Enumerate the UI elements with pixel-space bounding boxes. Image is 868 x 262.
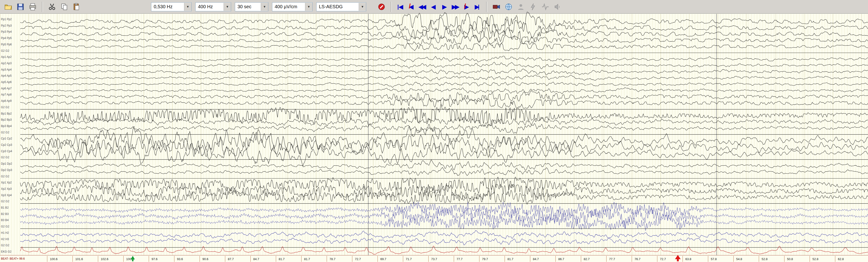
sensitivity-select[interactable]: 400 µV/cm ▼ [272, 2, 313, 11]
paste-icon[interactable] [71, 1, 82, 12]
hr-value: 87.7 [228, 257, 234, 261]
hr-tick [72, 256, 73, 262]
hr-value: 78.7 [330, 257, 335, 261]
save-icon[interactable] [15, 1, 26, 12]
play-forward-button[interactable]: ▶ [440, 2, 449, 12]
channel-label: G2 G2 [1, 244, 9, 247]
channel-label: Cp3 Cp4 [1, 150, 12, 153]
hr-value: 102.6 [101, 257, 108, 261]
hr-tick [428, 256, 429, 262]
channel-label: Bp2 Bp3 [1, 118, 12, 121]
hr-value: 73.7 [431, 257, 437, 261]
video-icon[interactable] [491, 1, 502, 12]
channel-label: Bp1 Bp2 [1, 112, 12, 115]
page-break-line [716, 14, 717, 255]
channel-label: H2 H3 [1, 237, 9, 241]
chevron-down-icon[interactable]: ▼ [305, 3, 312, 11]
hr-tick [327, 256, 327, 262]
channel-label: G2 G2 [1, 156, 9, 159]
lightning-icon[interactable] [528, 1, 538, 12]
hr-value: 90.6 [203, 257, 208, 261]
timebase-select[interactable]: 30 sec ▼ [235, 2, 268, 11]
hr-tick [377, 256, 378, 262]
channel-label: Pp4 Pp5 [1, 36, 12, 40]
timebase-value: 30 sec [238, 4, 251, 9]
hr-value: 77.7 [609, 257, 615, 261]
record-icon[interactable] [376, 1, 387, 12]
channel-label: Cp2 Cp3 [1, 143, 12, 146]
hr-value: 72.7 [660, 257, 666, 261]
chevron-down-icon[interactable]: ▼ [184, 3, 191, 11]
hr-value: 84.7 [533, 257, 539, 261]
chevron-down-icon[interactable]: ▼ [359, 3, 366, 11]
channel-label: Xp3 Xp4 [1, 194, 12, 197]
hr-value: 52.8 [762, 257, 768, 261]
sensitivity-value: 400 µV/cm [275, 4, 297, 9]
step-back-button[interactable]: ◀ [429, 2, 438, 12]
hr-value: 52.8 [812, 257, 818, 261]
open-folder-icon[interactable] [3, 1, 14, 12]
hr-tick [708, 256, 708, 262]
first-page-button[interactable]: |◀ [395, 2, 405, 12]
hr-tick [657, 256, 657, 262]
hr-value: 57.8 [711, 257, 717, 261]
last-page-button[interactable]: ▶| [473, 2, 483, 12]
fast-backward-button[interactable]: ◀◀ [417, 2, 427, 12]
montage-select[interactable]: LS-AESDG ▼ [316, 2, 366, 11]
high-filter-select[interactable]: 400 Hz ▼ [195, 2, 231, 11]
hr-tick [174, 256, 175, 262]
chevron-down-icon[interactable]: ▼ [224, 3, 231, 11]
channel-label: Ap1 Ap2 [1, 55, 11, 59]
channel-label: Pp1 Pp2 [1, 18, 12, 21]
channel-label: B2 B3 [1, 212, 9, 216]
next-event-button[interactable]: ▶/ [462, 2, 471, 12]
hr-value: 97.6 [152, 257, 157, 261]
hr-value: 100.6 [50, 257, 58, 261]
hr-tick [555, 256, 556, 262]
toolbar-separator [391, 2, 392, 12]
fast-forward-button[interactable]: ▶▶ [451, 2, 460, 12]
hr-tick [149, 256, 149, 262]
hr-value: 69.7 [380, 257, 386, 261]
hr-value: 93.6 [177, 257, 183, 261]
hr-value: 86.7 [558, 257, 564, 261]
prev-event-button[interactable]: ◀/ [406, 2, 416, 12]
channel-label: Dp1 Dp2 [1, 162, 12, 165]
low-filter-select[interactable]: 0,530 Hz ▼ [151, 2, 192, 11]
red-event-marker-icon[interactable] [675, 255, 681, 261]
user-icon[interactable] [516, 1, 526, 12]
globe-icon[interactable] [503, 1, 514, 12]
channel-label: Ap7 Ap8 [1, 93, 11, 96]
hr-value: 79.7 [482, 257, 488, 261]
hr-value: 81.7 [279, 257, 284, 261]
hr-value: 76.7 [634, 257, 641, 261]
channel-label: G2 G2 [1, 175, 9, 178]
channel-label: G2 G2 [1, 200, 9, 203]
copy-icon[interactable] [59, 1, 70, 12]
cut-icon[interactable] [46, 1, 57, 12]
print-icon[interactable] [27, 1, 38, 12]
hr-tick [784, 256, 784, 262]
channel-label: Pp2 Pp3 [1, 24, 12, 27]
speaker-icon[interactable] [552, 1, 563, 12]
heart-rate-strip: BEAT- BEAT+ 99.6 100.6101.6102.6100.697.… [0, 255, 868, 262]
hr-value: 82.7 [584, 257, 590, 261]
waveform-icon[interactable] [540, 1, 551, 12]
chevron-down-icon[interactable]: ▼ [261, 3, 268, 11]
green-event-marker-icon[interactable] [131, 256, 135, 261]
hr-value: 54.8 [736, 257, 742, 261]
hr-tick [479, 256, 479, 262]
hr-tick [301, 256, 302, 262]
hr-value: 71.7 [406, 257, 412, 261]
channel-label: Ap4 Ap5 [1, 74, 11, 77]
hr-value: 72.7 [355, 257, 361, 261]
channel-label: Xp2 Xp3 [1, 187, 12, 191]
eeg-canvas[interactable] [0, 14, 868, 255]
beat-label: BEAT- BEAT+ 99.6 [1, 257, 25, 260]
hr-value: 81.7 [304, 257, 310, 261]
hr-value: 81.7 [507, 257, 513, 261]
hr-value: 62.8 [838, 257, 844, 261]
channel-label: G2 G2 [1, 49, 9, 53]
montage-value: LS-AESDG [319, 4, 343, 9]
channel-label: G2 G2 [1, 131, 9, 134]
